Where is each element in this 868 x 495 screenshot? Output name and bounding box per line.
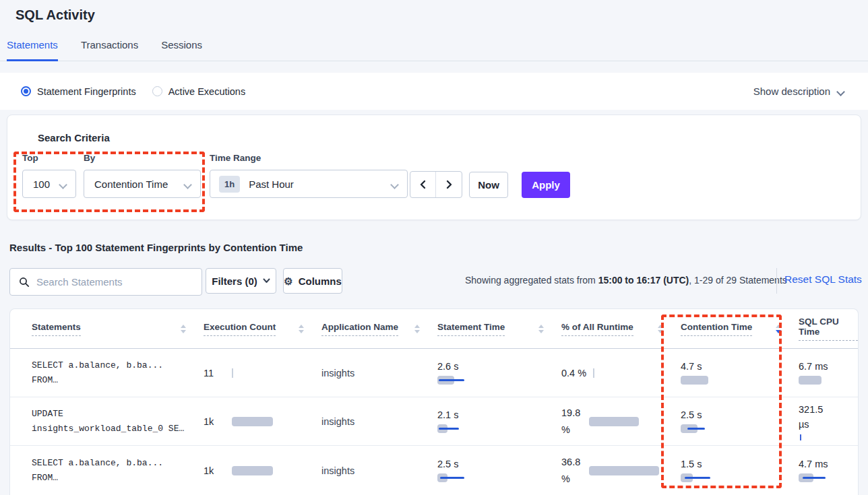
statement-link[interactable]: SELECT a.balance, b.ba... FROM… xyxy=(10,358,204,388)
execution-count-cell: 1k xyxy=(204,465,321,476)
tab-sessions[interactable]: Sessions xyxy=(161,39,202,61)
mean-tick xyxy=(800,434,801,440)
chevron-right-icon xyxy=(445,180,453,189)
statement-time-cell: 2.1 s xyxy=(437,409,561,433)
top-select[interactable]: 100 xyxy=(22,170,76,198)
zero-bar-tick xyxy=(593,368,594,378)
application-name-cell: insights xyxy=(321,465,437,476)
time-range-arrows xyxy=(410,171,462,198)
application-name-cell: insights xyxy=(321,416,437,427)
execution-count-cell: 1k xyxy=(204,416,321,427)
mean-line xyxy=(687,428,705,430)
search-icon xyxy=(19,277,30,288)
reset-sql-stats-link[interactable]: Reset SQL Stats xyxy=(784,273,862,286)
statement-time-cell: 2.6 s xyxy=(437,361,561,385)
radio-statement-fingerprints[interactable]: Statement Fingerprints xyxy=(21,86,136,97)
sort-icon[interactable] xyxy=(299,325,304,333)
statement-time-cell: 2.5 s xyxy=(437,459,561,482)
table-row: SELECT a.balance, b.ba... FROM… 1k insig… xyxy=(10,446,858,495)
search-criteria-title: Search Criteria xyxy=(38,132,110,143)
chevron-down-icon xyxy=(184,180,191,188)
by-select[interactable]: Contention Time xyxy=(84,170,201,198)
sort-icon[interactable] xyxy=(658,325,663,333)
sort-icon[interactable] xyxy=(538,325,544,333)
mean-line xyxy=(440,477,464,479)
table-row: UPDATE insights_workload_table_0 SE… 1k … xyxy=(10,397,858,446)
time-range-badge: 1h xyxy=(219,176,240,193)
by-select-value: Contention Time xyxy=(84,178,168,190)
column-header-sql-cpu-time: SQL CPU Time xyxy=(799,317,858,341)
column-header-runtime-pct: % of All Runtime xyxy=(561,322,681,336)
mean-line xyxy=(439,428,459,430)
table-header-row: Statements Execution Count Application N… xyxy=(10,309,858,349)
time-range-label: Time Range xyxy=(210,153,261,163)
search-statements-input[interactable]: Search Statements xyxy=(9,268,202,296)
filters-button[interactable]: Filters (0) xyxy=(206,268,276,294)
total-bar xyxy=(799,376,822,385)
radio-unselected-icon[interactable] xyxy=(152,86,162,96)
mean-line xyxy=(803,477,826,479)
divider xyxy=(776,268,777,294)
column-header-statements: Statements xyxy=(10,322,204,336)
aggregated-stats-note: Showing aggregated stats from 15:00 to 1… xyxy=(465,275,787,286)
zero-bar-tick xyxy=(232,368,233,378)
mean-line xyxy=(685,477,710,479)
gear-icon: ⚙ xyxy=(284,276,292,286)
runtime-bar xyxy=(589,466,659,475)
chevron-left-icon xyxy=(419,180,427,189)
next-time-button[interactable] xyxy=(436,172,462,197)
search-criteria-panel: Search Criteria Top 100 By Contention Ti… xyxy=(7,114,861,220)
tab-transactions[interactable]: Transactions xyxy=(81,39,138,61)
by-label: By xyxy=(84,153,95,163)
tab-statements[interactable]: Statements xyxy=(7,39,58,61)
column-header-execution-count: Execution Count xyxy=(204,322,321,336)
top-label: Top xyxy=(22,153,38,163)
runtime-pct-cell: 36.8% xyxy=(561,454,681,488)
chevron-down-icon xyxy=(263,278,270,284)
statement-link[interactable]: SELECT a.balance, b.ba... FROM… xyxy=(10,456,204,486)
page-title: SQL Activity xyxy=(16,7,95,23)
filters-label: Filters (0) xyxy=(212,275,257,287)
table-row: SELECT a.balance, b.ba... FROM… 11 insig… xyxy=(10,349,858,397)
statement-link[interactable]: UPDATE insights_workload_table_0 SE… xyxy=(10,407,204,436)
sql-cpu-time-cell: 6.7 ms xyxy=(799,361,859,385)
show-description-label: Show description xyxy=(753,86,830,97)
count-bar xyxy=(232,417,273,426)
view-radio-group: Statement Fingerprints Active Executions xyxy=(21,86,245,97)
search-placeholder: Search Statements xyxy=(36,276,123,288)
contention-time-cell: 2.5 s xyxy=(681,409,799,433)
column-header-contention-time: Contention Time xyxy=(681,322,799,336)
sort-icon[interactable] xyxy=(181,325,186,333)
show-description-toggle[interactable]: Show description xyxy=(753,86,844,97)
results-title: Results - Top 100 Statement Fingerprints… xyxy=(9,242,303,253)
contention-time-cell: 1.5 s xyxy=(681,459,799,482)
time-range-select[interactable]: 1h Past Hour xyxy=(210,170,408,198)
previous-time-button[interactable] xyxy=(410,172,436,197)
total-bar xyxy=(681,376,708,385)
chevron-down-icon xyxy=(837,88,844,95)
contention-time-cell: 4.7 s xyxy=(681,361,799,385)
sort-icon[interactable] xyxy=(414,325,420,333)
radio-label: Statement Fingerprints xyxy=(37,86,136,97)
radio-label: Active Executions xyxy=(168,86,245,97)
columns-label: Columns xyxy=(299,275,342,287)
tab-bar: Statements Transactions Sessions xyxy=(0,39,868,61)
apply-button[interactable]: Apply xyxy=(522,172,570,198)
column-header-statement-time: Statement Time xyxy=(437,322,561,336)
execution-count-cell: 11 xyxy=(204,368,321,378)
columns-button[interactable]: ⚙ Columns xyxy=(283,268,342,294)
runtime-bar xyxy=(589,417,639,426)
statements-table: Statements Execution Count Application N… xyxy=(9,308,859,495)
now-button[interactable]: Now xyxy=(469,172,508,198)
sql-cpu-time-cell: 321.5µs xyxy=(799,402,858,440)
runtime-pct-cell: 19.8% xyxy=(561,405,681,438)
sql-cpu-time-cell: 4.7 ms xyxy=(799,459,859,482)
radio-selected-icon[interactable] xyxy=(21,86,31,96)
sort-icon-active-desc[interactable] xyxy=(776,325,781,333)
stats-time-range: 15:00 to 16:17 (UTC) xyxy=(598,275,689,286)
time-range-value: Past Hour xyxy=(249,178,294,190)
radio-active-executions[interactable]: Active Executions xyxy=(152,86,245,97)
top-select-value: 100 xyxy=(23,178,50,190)
count-bar xyxy=(232,466,273,475)
chevron-down-icon xyxy=(391,180,398,188)
